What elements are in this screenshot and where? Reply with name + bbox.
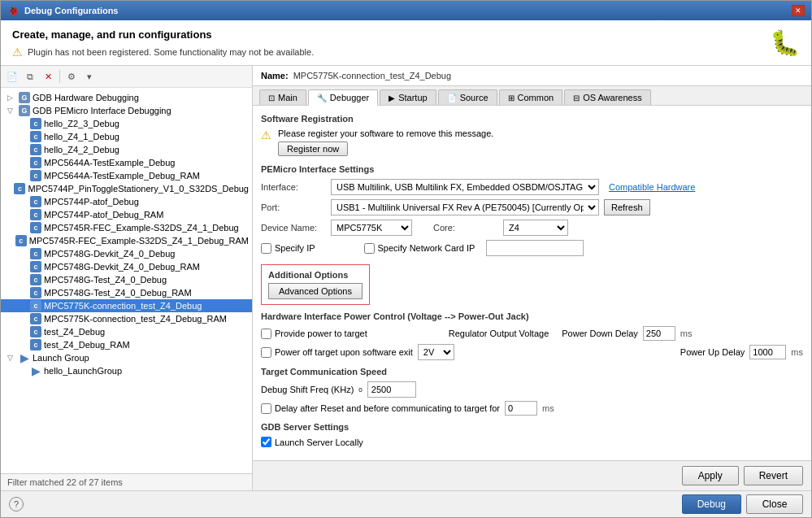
tree-item-mpc5748g-devkit[interactable]: c MPC5748G-Devkit_Z4_0_Debug — [1, 247, 252, 260]
tree-item-hello-z4-1[interactable]: c hello_Z4_1_Debug — [1, 130, 252, 143]
gdb-server-section: GDB Server Settings Launch Server Locall… — [261, 422, 803, 447]
close-dialog-button[interactable]: Close — [746, 494, 803, 514]
tabs-bar: ⊡ Main 🔧 Debugger ▶ Startup 📄 Source — [253, 86, 811, 106]
device-select[interactable]: MPC5775K — [331, 220, 412, 236]
item-icon-c: c — [30, 196, 41, 207]
right-panel: Name: MPC5775K-connection_test_Z4_Debug … — [253, 66, 811, 490]
tab-source[interactable]: 📄 Source — [438, 89, 497, 105]
revert-button[interactable]: Revert — [744, 466, 803, 485]
delay-checkbox[interactable] — [261, 403, 271, 414]
specify-network-checkbox[interactable] — [364, 243, 375, 254]
specify-network-label[interactable]: Specify Network Card IP — [364, 243, 475, 254]
tree-item-launch-group[interactable]: ▽ ▶ Launch Group — [1, 351, 252, 364]
interface-row: Interface: USB Multilink, USB Multilink … — [261, 179, 803, 195]
item-icon-c: c — [30, 339, 41, 350]
tree-label: hello_Z4_1_Debug — [44, 132, 119, 141]
delay-input[interactable] — [505, 401, 537, 416]
tree-item-hello-z2-3[interactable]: c hello_Z2_3_Debug — [1, 117, 252, 130]
tree-item-mpc5748g-devkit-ram[interactable]: c MPC5748G-Devkit_Z4_0_Debug_RAM — [1, 260, 252, 273]
delete-config-button[interactable]: ✕ — [40, 68, 56, 85]
power-up-input[interactable] — [749, 345, 786, 359]
additional-options-title: Additional Options — [268, 270, 363, 280]
launch-server-label[interactable]: Launch Server Locally — [261, 437, 803, 447]
core-select[interactable]: Z4 — [503, 220, 568, 236]
speed-title: Target Communication Speed — [261, 367, 803, 377]
device-label: Device Name: — [261, 223, 326, 233]
tab-os-awareness[interactable]: ⊟ OS Awareness — [564, 89, 651, 105]
interface-select[interactable]: USB Multilink, USB Multilink FX, Embedde… — [331, 179, 599, 195]
specify-ip-checkbox[interactable] — [261, 243, 271, 254]
tree-item-mpc5644a-test[interactable]: c MPC5644A-TestExample_Debug — [1, 156, 252, 169]
tree-item-hello-z4-2[interactable]: c hello_Z4_2_Debug — [1, 143, 252, 156]
tab-startup[interactable]: ▶ Startup — [380, 89, 436, 105]
toolbar-sep — [59, 70, 60, 83]
reg-message: Please register your software to remove … — [278, 128, 493, 138]
tree-item-mpc5775k-ram[interactable]: c MPC5775K-connection_test_Z4_Debug_RAM — [1, 312, 252, 325]
voltage-select[interactable]: 2V — [418, 344, 454, 360]
debug-configurations-window: 🐞 Debug Configurations ✕ Create, manage,… — [0, 0, 812, 518]
header-title: Create, manage, and run configurations — [12, 28, 800, 41]
pemicro-settings-section: PEMicro Interface Settings Interface: US… — [261, 164, 803, 256]
item-icon-g: G — [19, 105, 30, 116]
provide-power-label[interactable]: Provide power to target — [261, 329, 367, 339]
left-toolbar: 📄 ⧉ ✕ ⚙ ▾ — [1, 66, 252, 88]
expand-icon: ▽ — [7, 354, 19, 362]
regulator-label: Regulator Output Voltage — [449, 329, 549, 338]
new-config-button[interactable]: 📄 — [4, 68, 20, 85]
close-button[interactable]: ✕ — [792, 5, 805, 16]
tree-label: MPC5744P-atof_Debug_RAM — [44, 210, 163, 220]
debug-button[interactable]: Debug — [682, 494, 741, 514]
collapse-button[interactable]: ▾ — [81, 68, 98, 85]
tree-label: MPC5745R-FEC_Example-S32DS_Z4_1_Debug_RA… — [29, 236, 249, 246]
duplicate-config-button[interactable]: ⧉ — [22, 68, 38, 85]
power-down-input[interactable] — [643, 326, 675, 341]
tree-item-gdb-hardware[interactable]: ▷ G GDB Hardware Debugging — [1, 91, 252, 104]
item-icon-c: c — [30, 261, 41, 272]
tree-item-gdb-pemicro[interactable]: ▽ G GDB PEMicro Interface Debugging — [1, 104, 252, 117]
tab-debugger[interactable]: 🔧 Debugger — [308, 89, 378, 106]
refresh-button[interactable]: Refresh — [604, 199, 650, 215]
ip-row: Specify IP Specify Network Card IP — [261, 240, 803, 256]
help-button[interactable]: ? — [9, 497, 24, 511]
item-icon-group: ▶ — [30, 365, 41, 377]
tree-item-test-z4-ram[interactable]: c test_Z4_Debug_RAM — [1, 338, 252, 351]
network-ip-input[interactable] — [486, 240, 584, 256]
reg-warning-icon: ⚠ — [261, 128, 271, 141]
apply-button[interactable]: Apply — [682, 466, 739, 485]
register-now-button[interactable]: Register now — [278, 141, 348, 156]
item-icon-c: c — [30, 157, 41, 168]
item-icon-c: c — [30, 248, 41, 259]
bottom-bar: Apply Revert — [253, 460, 811, 490]
tree-label: MPC5748G-Test_Z4_0_Debug — [44, 275, 167, 285]
specify-ip-label[interactable]: Specify IP — [261, 243, 315, 254]
tree-item-mpc5744p-atof[interactable]: c MPC5744P-atof_Debug — [1, 195, 252, 208]
power-off-label[interactable]: Power off target upon software exit — [261, 347, 413, 358]
tree-label: GDB PEMicro Interface Debugging — [33, 106, 172, 115]
tab-main[interactable]: ⊡ Main — [259, 89, 306, 105]
advanced-options-button[interactable]: Advanced Options — [268, 283, 363, 299]
tree-label: test_Z4_Debug_RAM — [44, 340, 130, 350]
tree-item-mpc5748g-test[interactable]: c MPC5748G-Test_Z4_0_Debug — [1, 273, 252, 286]
delay-unit: ms — [542, 403, 554, 413]
filter-button[interactable]: ⚙ — [63, 68, 80, 85]
port-select[interactable]: USB1 - Multilink Universal FX Rev A (PE7… — [331, 199, 599, 215]
tree-item-test-z4[interactable]: c test_Z4_Debug — [1, 325, 252, 338]
shift-freq-input[interactable] — [367, 381, 416, 398]
tree-label: Launch Group — [33, 353, 89, 363]
tree-item-mpc5644a-ram[interactable]: c MPC5644A-TestExample_Debug_RAM — [1, 169, 252, 182]
tree-label: MPC5644A-TestExample_Debug — [44, 158, 175, 168]
delay-checkbox-label[interactable]: Delay after Reset and before communicati… — [261, 403, 500, 414]
tree-item-mpc5748g-test-ram[interactable]: c MPC5748G-Test_Z4_0_Debug_RAM — [1, 286, 252, 299]
tree-item-mpc5745r-ram[interactable]: c MPC5745R-FEC_Example-S32DS_Z4_1_Debug_… — [1, 234, 252, 247]
tab-common[interactable]: ⊞ Common — [499, 89, 563, 105]
provide-power-checkbox[interactable] — [261, 329, 271, 339]
launch-server-checkbox[interactable] — [261, 437, 271, 447]
power-off-checkbox[interactable] — [261, 347, 271, 358]
tree-item-mpc5775k-conn[interactable]: c MPC5775K-connection_test_Z4_Debug — [1, 299, 252, 312]
tree-item-mpc5744p-ram[interactable]: c MPC5744P-atof_Debug_RAM — [1, 208, 252, 221]
compatible-hardware-link[interactable]: Compatible Hardware — [609, 182, 695, 192]
tree-item-mpc5744p-pin[interactable]: c MPC5744P_PinToggleStationery_V1_0_S32D… — [1, 182, 252, 195]
tree-item-mpc5745r-s32ds[interactable]: c MPC5745R-FEC_Example-S32DS_Z4_1_Debug — [1, 221, 252, 234]
power-down-label: Power Down Delay — [562, 329, 638, 338]
tree-item-hello-launchgroup[interactable]: ▶ hello_LaunchGroup — [1, 364, 252, 377]
